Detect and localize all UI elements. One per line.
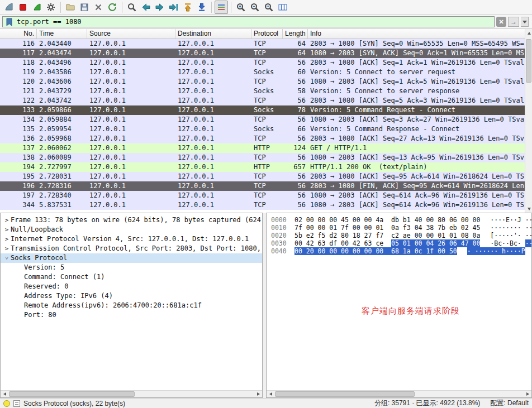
hex-bytes-segment[interactable]: 7f 00 00 01 7f 00 00 01 0a f3 04 38 7b e… — [294, 224, 480, 232]
detail-row[interactable]: Version: 5 — [1, 263, 262, 272]
hex-bytes[interactable]: 5b e2 f5 d2 80 18 27 f7 c2 ae 00 00 01 0… — [294, 232, 480, 239]
detail-row[interactable]: Command: Connect (1) — [1, 272, 262, 282]
save-file-button[interactable] — [78, 1, 91, 14]
capture-options-button[interactable] — [44, 1, 58, 14]
zoom-out-button[interactable] — [248, 1, 262, 14]
zoom-in-button[interactable] — [234, 1, 248, 14]
scroll-left-button[interactable] — [1, 391, 8, 397]
column-header-length[interactable]: Length — [283, 29, 308, 39]
scroll-up-button[interactable] — [525, 29, 532, 37]
zoom-original-button[interactable] — [262, 1, 276, 14]
column-header-destination[interactable]: Destination — [175, 29, 251, 39]
go-forward-button[interactable] — [153, 1, 167, 14]
hex-bytes[interactable]: 7f 00 00 01 7f 00 00 01 0a f3 04 38 7b e… — [294, 224, 480, 232]
scroll-down-button[interactable] — [525, 205, 532, 213]
packet-row-197[interactable]: 1972.728340127.0.0.1127.0.0.1TCP561080 →… — [0, 191, 525, 200]
close-file-button[interactable] — [92, 1, 105, 14]
packet-row-344[interactable]: 3445.837531127.0.0.1127.0.0.1TCP561080 →… — [0, 200, 525, 210]
expand-icon[interactable]: > — [3, 225, 11, 234]
hex-bytes-segment[interactable]: 00 42 63 df 00 42 63 ce — [294, 239, 391, 247]
hex-row[interactable]: 004000 20 00 00 00 00 00 00 68 1a 0c 1f … — [271, 247, 531, 255]
scroll-thumb[interactable] — [526, 39, 531, 83]
packet-row-118[interactable]: 1182.043496127.0.0.1127.0.0.1TCP562803 →… — [0, 58, 525, 68]
ascii-selected[interactable]: ····&·G· — [525, 239, 531, 247]
packet-list-vscrollbar[interactable] — [525, 29, 532, 213]
packet-row-195[interactable]: 1952.728031127.0.0.1127.0.0.1TCP562803 →… — [0, 172, 525, 181]
scroll-right-button[interactable] — [254, 391, 262, 397]
packet-row-117[interactable]: 1172.043474127.0.0.1127.0.0.1TCP641080 →… — [0, 49, 525, 58]
filter-bookmark-icon[interactable] — [5, 17, 13, 27]
scroll-right-button[interactable] — [524, 391, 531, 397]
hex-ascii[interactable]: ········ ···8{··E — [490, 224, 531, 232]
ascii-segment[interactable]: [·····'· ········ — [490, 232, 531, 239]
packet-row-137[interactable]: 1372.060062127.0.0.1127.0.0.1HTTP124GET … — [0, 143, 525, 153]
scroll-thumb[interactable] — [275, 391, 415, 397]
column-header-no[interactable]: No. — [0, 29, 37, 39]
packet-row-121[interactable]: 1212.043729127.0.0.1127.0.0.1Socks58Vers… — [0, 87, 525, 96]
hex-ascii[interactable]: ····E··J ··@····· — [490, 216, 531, 224]
ascii-selected[interactable]: · ······ h····P — [467, 247, 525, 255]
column-header-source[interactable]: Source — [87, 29, 175, 39]
go-to-bottom-button[interactable] — [195, 1, 208, 14]
hex-ascii[interactable]: [·····'· ········ — [490, 232, 531, 239]
packet-row-134[interactable]: 1342.059884127.0.0.1127.0.0.1TCP561080 →… — [0, 115, 525, 124]
detail-row[interactable]: Reserved: 0 — [1, 282, 262, 291]
detail-row[interactable]: Address Type: IPv6 (4) — [1, 291, 262, 301]
start-capture-button[interactable] — [2, 1, 16, 14]
detail-row[interactable]: >Transmission Control Protocol, Src Port… — [1, 244, 262, 253]
packet-row-135[interactable]: 1352.059954127.0.0.1127.0.0.1Socks66Vers… — [0, 124, 525, 134]
column-header-info[interactable]: Info — [308, 29, 532, 39]
expand-icon[interactable]: > — [3, 234, 11, 244]
ascii-segment[interactable]: ·Bc··Bc· — [490, 239, 525, 247]
filter-dropdown-button[interactable] — [521, 17, 529, 27]
detail-row[interactable]: >Internet Protocol Version 4, Src: 127.0… — [1, 234, 262, 244]
scroll-thumb[interactable] — [9, 391, 135, 397]
packet-row-133[interactable]: 1332.059866127.0.0.1127.0.0.1Socks78Vers… — [0, 105, 525, 115]
detail-row[interactable]: >Null/Loopback — [1, 225, 262, 234]
go-to-top-button[interactable] — [181, 1, 194, 14]
hex-bytes-segment[interactable]: 02 00 00 00 45 00 00 4a db b1 40 00 80 0… — [294, 216, 480, 224]
hex-selected-bytes[interactable]: 00 20 00 00 00 00 00 00 68 1a 0c 1f 00 5… — [294, 247, 457, 255]
hex-row[interactable]: 00107f 00 00 01 7f 00 00 01 0a f3 04 38 … — [271, 224, 531, 232]
hex-ascii[interactable]: · ······ h····P — [467, 247, 525, 255]
details-hscrollbar[interactable] — [1, 390, 262, 397]
hex-bytes[interactable]: 00 20 00 00 00 00 00 00 68 1a 0c 1f 00 5… — [294, 247, 457, 255]
filter-apply-button[interactable]: → — [508, 17, 519, 27]
detail-row[interactable]: ˅Socks Protocol — [1, 253, 262, 263]
detail-row[interactable]: >Frame 133: 78 bytes on wire (624 bits),… — [1, 215, 262, 225]
packet-row-136[interactable]: 1362.059968127.0.0.1127.0.0.1TCP562803 →… — [0, 134, 525, 143]
column-header-protocol[interactable]: Protocol — [251, 29, 283, 39]
packet-row-120[interactable]: 1202.043606127.0.0.1127.0.0.1TCP561080 →… — [0, 77, 525, 87]
detail-row[interactable]: Remote Address(ipv6): 2606:4700:20::681a… — [1, 301, 262, 310]
expert-info-icon[interactable] — [3, 400, 10, 407]
packet-row-116[interactable]: 1162.043440127.0.0.1127.0.0.1TCP642803 →… — [0, 39, 525, 49]
find-packet-button[interactable] — [125, 1, 139, 14]
resize-columns-button[interactable] — [276, 1, 289, 14]
hex-bytes[interactable]: 00 42 63 df 00 42 63 ce 05 01 00 04 26 0… — [294, 239, 480, 247]
colorize-packet-list-button[interactable] — [215, 1, 228, 14]
hex-row[interactable]: 003000 42 63 df 00 42 63 ce 05 01 00 04 … — [271, 239, 531, 247]
hex-selected-bytes[interactable]: 05 01 00 04 26 06 47 00 — [391, 239, 480, 247]
hex-bytes[interactable]: 02 00 00 00 45 00 00 4a db b1 40 00 80 0… — [294, 216, 480, 224]
detail-row[interactable]: Port: 80 — [1, 310, 262, 320]
capture-comment-icon[interactable] — [13, 400, 20, 407]
packet-row-196[interactable]: 1962.728316127.0.0.1127.0.0.1TCP562803 →… — [0, 181, 525, 191]
column-header-time[interactable]: Time — [37, 29, 87, 39]
restart-capture-button[interactable] — [30, 1, 44, 14]
bytes-hscrollbar[interactable] — [267, 390, 531, 397]
filter-expression-text[interactable]: tcp.port == 1080 — [17, 18, 492, 26]
hex-ascii[interactable]: ·Bc··Bc· ····&·G· — [490, 239, 531, 247]
collapse-icon[interactable]: ˅ — [3, 253, 11, 263]
packet-row-122[interactable]: 1222.043742127.0.0.1127.0.0.1TCP562803 →… — [0, 96, 525, 105]
packet-row-119[interactable]: 1192.043586127.0.0.1127.0.0.1Socks60Vers… — [0, 68, 525, 77]
stop-capture-button[interactable] — [16, 1, 30, 14]
open-file-button[interactable] — [64, 1, 77, 14]
go-to-packet-button[interactable] — [167, 1, 180, 14]
profile-status[interactable]: 配置: Default — [490, 399, 529, 408]
hex-row[interactable]: 00205b e2 f5 d2 80 18 27 f7 c2 ae 00 00 … — [271, 232, 531, 239]
go-back-button[interactable] — [139, 1, 153, 14]
scroll-left-button[interactable] — [267, 391, 274, 397]
ascii-segment[interactable]: ········ ···8{··E — [490, 224, 531, 232]
expand-icon[interactable]: > — [3, 244, 11, 253]
ascii-segment[interactable]: ····E··J ··@····· — [490, 216, 531, 224]
